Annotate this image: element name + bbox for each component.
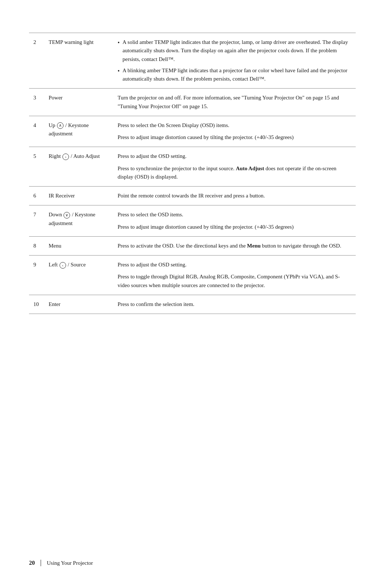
footer-divider xyxy=(41,560,41,566)
desc-block: Press to synchronize the projector to th… xyxy=(118,164,351,181)
desc-block: Press to adjust the OSD setting. xyxy=(118,152,351,160)
desc-block: Press to adjust the OSD setting. xyxy=(118,261,351,269)
desc-block: Press to confirm the selection item. xyxy=(118,300,351,309)
row-label: IR Receiver xyxy=(44,187,113,205)
footer-text: Using Your Projector xyxy=(47,560,93,566)
down-circle-icon: ∨ xyxy=(64,212,70,219)
table-row: 10 Enter Press to confirm the selection … xyxy=(29,295,356,314)
row-number: 5 xyxy=(29,147,44,187)
page-number: 20 xyxy=(29,560,35,566)
row-number: 6 xyxy=(29,187,44,205)
table-row: 3 Power Turn the projector on and off. F… xyxy=(29,89,356,116)
row-label: Enter xyxy=(44,295,113,314)
desc-block: Press to adjust image distortion caused … xyxy=(118,133,351,142)
right-circle-icon: › xyxy=(62,154,69,160)
row-number: 4 xyxy=(29,116,44,147)
bold-text: Menu xyxy=(247,243,261,249)
desc-block: Press to activate the OSD. Use the direc… xyxy=(118,242,351,250)
row-label: TEMP warning light xyxy=(44,33,113,89)
row-number: 7 xyxy=(29,205,44,237)
desc-block: Press to select the OSD items. xyxy=(118,211,351,219)
row-description: Press to adjust the OSD setting. Press t… xyxy=(113,147,356,187)
desc-block: Press to toggle through Digital RGB, Ana… xyxy=(118,273,351,290)
desc-block: Turn the projector on and off. For more … xyxy=(118,94,351,111)
table-row: 6 IR Receiver Point the remote control t… xyxy=(29,187,356,205)
desc-block: Point the remote control towards the IR … xyxy=(118,192,351,200)
row-description: • A solid amber TEMP light indicates tha… xyxy=(113,33,356,89)
up-circle-icon: ∧ xyxy=(57,122,64,129)
table-row: 8 Menu Press to activate the OSD. Use th… xyxy=(29,236,356,255)
row-description: Press to adjust the OSD setting. Press t… xyxy=(113,256,356,295)
row-label: Left ‹ / Source xyxy=(44,256,113,295)
table-row: 2 TEMP warning light • A solid amber TEM… xyxy=(29,33,356,89)
desc-block: Press to adjust image distortion caused … xyxy=(118,223,351,231)
row-label: Down ∨ / Keystone adjustment xyxy=(44,205,113,237)
bullet-icon: • xyxy=(118,38,120,48)
desc-block: Press to select the On Screen Display (O… xyxy=(118,121,351,130)
row-label: Menu xyxy=(44,236,113,255)
bullet-text: A solid amber TEMP light indicates that … xyxy=(123,38,351,64)
bold-text: Auto Adjust xyxy=(236,166,264,171)
row-description: Press to select the OSD items. Press to … xyxy=(113,205,356,237)
row-number: 10 xyxy=(29,295,44,314)
bullet-text: A blinking amber TEMP light indicates th… xyxy=(123,66,351,83)
row-label: Up ∧ / Keystone adjustment xyxy=(44,116,113,147)
row-description: Press to select the On Screen Display (O… xyxy=(113,116,356,147)
bullet-icon: • xyxy=(118,67,120,76)
row-label: Power xyxy=(44,89,113,116)
row-label: Right › / Auto Adjust xyxy=(44,147,113,187)
row-description: Turn the projector on and off. For more … xyxy=(113,89,356,116)
row-description: Press to activate the OSD. Use the direc… xyxy=(113,236,356,255)
row-description: Point the remote control towards the IR … xyxy=(113,187,356,205)
table-row: 7 Down ∨ / Keystone adjustment Press to … xyxy=(29,205,356,237)
row-number: 8 xyxy=(29,236,44,255)
table-row: 5 Right › / Auto Adjust Press to adjust … xyxy=(29,147,356,187)
row-number: 9 xyxy=(29,256,44,295)
page-footer: 20 Using Your Projector xyxy=(29,560,363,566)
row-number: 3 xyxy=(29,89,44,116)
row-number: 2 xyxy=(29,33,44,89)
main-table: 2 TEMP warning light • A solid amber TEM… xyxy=(29,33,356,314)
left-circle-icon: ‹ xyxy=(60,262,66,269)
table-row: 9 Left ‹ / Source Press to adjust the OS… xyxy=(29,256,356,295)
table-row: 4 Up ∧ / Keystone adjustment Press to se… xyxy=(29,116,356,147)
row-description: Press to confirm the selection item. xyxy=(113,295,356,314)
